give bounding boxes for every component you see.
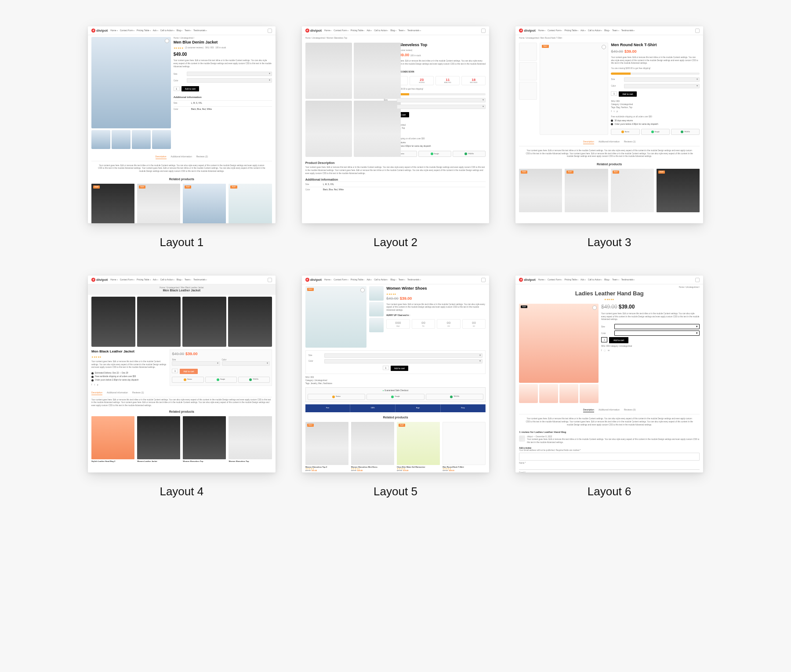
nav-item[interactable]: Pricing Table	[351, 278, 365, 281]
product-image[interactable]	[91, 297, 135, 347]
nav-item[interactable]: Team	[185, 29, 191, 32]
product-card[interactable]: Sale!Women Sleeveless Top 2★★★★★$29.00$1…	[305, 422, 348, 472]
product-thumb[interactable]	[519, 82, 537, 100]
product-image[interactable]	[305, 43, 352, 99]
product-card[interactable]: Stylish Leather Hand Bag 2	[91, 416, 134, 462]
nav-item[interactable]: Team	[185, 278, 191, 281]
nav-item[interactable]: Blog	[604, 278, 610, 281]
product-thumb[interactable]	[369, 302, 384, 316]
product-thumb[interactable]	[519, 62, 537, 80]
product-image[interactable]	[228, 297, 272, 347]
nav-item[interactable]: Pricing Table	[137, 29, 151, 32]
product-main-image[interactable]: Sale!	[519, 304, 599, 383]
product-image[interactable]	[137, 297, 181, 347]
product-thumb[interactable]	[152, 130, 171, 149]
pinterest-icon[interactable]: p	[617, 110, 618, 113]
nav-item[interactable]: Ads	[366, 29, 372, 32]
product-card[interactable]: Sale!	[519, 169, 562, 212]
product-card[interactable]: Sale! Stylish Black Headphone ★★★★★ $49.…	[91, 184, 134, 223]
product-image[interactable]	[354, 43, 400, 99]
breadcrumb[interactable]: Home / Uncategorized /	[174, 37, 272, 39]
nav-item[interactable]: Call to Action	[588, 29, 602, 32]
add-to-cart-button[interactable]: Add to cart	[391, 366, 408, 371]
nav-item[interactable]: Blog	[177, 278, 182, 281]
instagram-icon[interactable]: ◌	[604, 349, 606, 352]
qty-input[interactable]: 1	[601, 337, 607, 342]
nav-item[interactable]: Home	[324, 29, 331, 32]
size-select[interactable]	[397, 98, 486, 102]
color-select[interactable]	[222, 361, 270, 366]
logo[interactable]: ddivipot	[305, 29, 322, 33]
product-card[interactable]: Women Leather Jacket	[137, 416, 180, 462]
size-select[interactable]	[324, 353, 483, 358]
nav-item[interactable]: Ads	[581, 29, 586, 32]
primary-nav[interactable]: HomeContact FormPricing TableAdsCall to …	[538, 29, 635, 32]
nav-item[interactable]: Blog	[391, 278, 396, 281]
product-card[interactable]: Women Sleeveless Top	[183, 416, 226, 462]
size-select[interactable]	[614, 324, 700, 329]
nav-item[interactable]: Contact Form	[334, 278, 348, 281]
qty-input[interactable]: 1	[172, 369, 178, 373]
nav-item[interactable]: Call to Action	[374, 278, 388, 281]
primary-nav[interactable]: HomeContact FormPricing TableAdsCall to …	[538, 278, 635, 281]
color-select[interactable]	[397, 105, 486, 109]
product-card[interactable]: Sale! Women Sleeveless Top ★★★★★ $29.00$…	[137, 184, 180, 223]
product-thumb[interactable]	[369, 286, 384, 301]
color-select[interactable]	[324, 359, 483, 363]
nav-item[interactable]: Blog	[177, 29, 182, 32]
nav-item[interactable]: Ads	[153, 29, 158, 32]
nav-item[interactable]: Pricing Table	[564, 278, 578, 281]
primary-nav[interactable]: HomeContact FormPricing TableAdsCall to …	[110, 278, 207, 281]
nav-item[interactable]: Testimonials	[407, 29, 421, 32]
review-textarea[interactable]	[519, 453, 700, 461]
zoom-icon[interactable]	[165, 39, 169, 43]
tab-reviews[interactable]: Reviews (2)	[196, 155, 208, 159]
nav-item[interactable]: Home	[110, 278, 117, 281]
nav-item[interactable]: Testimonials	[621, 278, 635, 281]
nav-item[interactable]: Contact Form	[120, 29, 134, 32]
tab-reviews[interactable]: Reviews (1)	[624, 140, 635, 144]
twitter-icon[interactable]: t	[614, 110, 614, 113]
nav-item[interactable]: Pricing Table	[564, 29, 578, 32]
product-card[interactable]: Women Sleeveless Top	[229, 416, 272, 462]
nav-item[interactable]: Home	[538, 29, 545, 32]
nav-item[interactable]: Contact Form	[120, 278, 134, 281]
cart-icon[interactable]	[695, 278, 700, 282]
nav-item[interactable]: Team	[612, 29, 619, 32]
facebook-icon[interactable]: f	[601, 349, 602, 352]
cart-icon[interactable]	[268, 29, 272, 33]
size-select[interactable]	[187, 72, 272, 76]
product-card[interactable]: Sale! Women Winter Shoes 2 ★★★★★ $49.00$…	[229, 184, 272, 223]
product-thumb[interactable]	[369, 318, 384, 332]
product-card[interactable]: Sale!	[657, 169, 700, 212]
product-card[interactable]: Sale!	[565, 169, 608, 212]
product-thumb[interactable]	[559, 384, 578, 403]
color-select[interactable]	[624, 84, 700, 88]
add-to-cart-button[interactable]: Add to cart	[609, 337, 628, 343]
product-thumb[interactable]	[519, 384, 538, 403]
zoom-icon[interactable]	[592, 305, 597, 310]
nav-item[interactable]: Call to Action	[374, 29, 388, 32]
nav-item[interactable]: Ads	[366, 278, 372, 281]
twitter-icon[interactable]: t	[94, 383, 94, 386]
product-main-image[interactable]: Sale!	[540, 43, 608, 134]
product-thumb[interactable]	[91, 130, 110, 149]
pinterest-icon[interactable]: p	[97, 383, 98, 386]
color-select[interactable]	[187, 78, 272, 83]
nav-item[interactable]: Pricing Table	[351, 29, 365, 32]
zoom-icon[interactable]	[360, 288, 365, 292]
name-input[interactable]	[519, 466, 700, 470]
nav-item[interactable]: Team	[399, 29, 405, 32]
tab-description[interactable]: Description	[583, 140, 594, 144]
logo[interactable]: ddivipot	[519, 278, 535, 282]
nav-item[interactable]: Pricing Table	[137, 278, 151, 281]
nav-item[interactable]: Testimonials	[193, 29, 207, 32]
product-thumb[interactable]	[112, 130, 131, 149]
nav-item[interactable]: Home	[110, 29, 117, 32]
breadcrumb[interactable]: Home / Uncategorized / Women Sleeveless …	[302, 35, 490, 41]
breadcrumb[interactable]: Home / Uncategorized / Men Round Neck T-…	[515, 35, 703, 41]
product-card[interactable]: Sale!Clara Skin Water Gel Moisturizer★★★…	[397, 422, 440, 472]
size-select[interactable]	[624, 77, 700, 82]
product-main-image[interactable]: Sale!	[305, 286, 367, 348]
tab-additional[interactable]: Additional information	[599, 140, 620, 144]
